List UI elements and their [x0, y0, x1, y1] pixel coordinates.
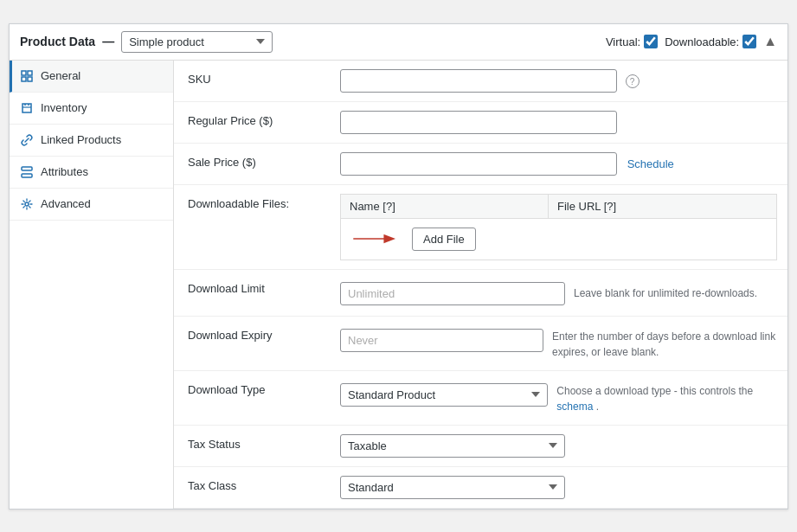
downloadable-checkbox[interactable] — [742, 35, 756, 48]
virtual-label: Virtual: — [606, 35, 658, 48]
collapse-button[interactable]: ▲ — [763, 35, 777, 48]
sidebar-item-advanced[interactable]: Advanced — [10, 189, 173, 221]
regular-price-input[interactable] — [340, 111, 617, 134]
sku-input[interactable] — [340, 69, 617, 93]
sku-row: SKU ? — [174, 61, 787, 102]
tax-status-cell: Taxable Shipping only None — [330, 425, 787, 466]
sidebar-item-attributes[interactable]: Attributes — [10, 157, 173, 189]
sidebar-item-inventory[interactable]: Inventory — [10, 93, 173, 125]
downloadable-files-cell: Name [?] File URL [?] — [330, 184, 787, 269]
sale-price-input[interactable] — [340, 152, 617, 176]
download-limit-cell: Leave blank for unlimited re-downloads. — [330, 270, 787, 316]
sidebar-label-advanced: Advanced — [41, 197, 91, 210]
sidebar-label-inventory: Inventory — [41, 101, 87, 114]
sidebar-label-attributes: Attributes — [41, 165, 88, 178]
svg-rect-1 — [28, 71, 32, 75]
add-file-area: Add File — [340, 218, 777, 260]
download-limit-row: Download Limit Leave blank for unlimited… — [174, 269, 787, 316]
tax-class-select[interactable]: Standard Reduced Rate Zero Rate — [340, 476, 565, 499]
virtual-text: Virtual: — [606, 35, 640, 48]
virtual-checkbox[interactable] — [644, 35, 658, 48]
download-expiry-row: Download Expiry Enter the number of days… — [174, 316, 787, 370]
download-limit-input[interactable] — [340, 282, 565, 305]
inventory-icon — [20, 101, 34, 115]
download-type-hint-suffix: . — [596, 401, 599, 413]
sku-help-icon[interactable]: ? — [626, 74, 640, 88]
panel-title: Product Data — [20, 35, 95, 48]
download-type-hint-prefix: Choose a download type - this controls t… — [556, 385, 753, 397]
sidebar-label-linked-products: Linked Products — [41, 133, 121, 146]
arrow-indicator — [350, 228, 402, 249]
downloadable-files-label: Downloadable Files: — [174, 184, 330, 269]
tax-status-select[interactable]: Taxable Shipping only None — [340, 434, 565, 458]
product-data-panel: Product Data — Simple product Grouped pr… — [9, 23, 788, 510]
downloadable-label: Downloadable: — [665, 35, 756, 48]
files-header: Name [?] File URL [?] — [340, 194, 777, 218]
sidebar: General Inventory — [10, 61, 174, 509]
schema-link[interactable]: schema — [556, 401, 593, 413]
download-expiry-label: Download Expiry — [174, 316, 330, 370]
download-type-row: Download Type Standard Product Applicati… — [174, 370, 787, 425]
svg-rect-3 — [28, 77, 32, 81]
download-limit-hint: Leave blank for unlimited re-downloads. — [574, 285, 757, 301]
download-expiry-cell: Enter the number of days before a downlo… — [330, 317, 787, 370]
sale-price-label: Sale Price ($) — [174, 143, 330, 184]
sidebar-item-general[interactable]: General — [10, 61, 173, 93]
sku-label: SKU — [174, 61, 330, 102]
download-type-cell: Standard Product Application Music Choos… — [330, 371, 787, 425]
sale-price-cell: Schedule — [330, 143, 787, 184]
add-file-button[interactable]: Add File — [412, 228, 476, 251]
tax-status-row: Tax Status Taxable Shipping only None — [174, 425, 787, 466]
tax-class-label: Tax Class — [174, 466, 330, 508]
regular-price-label: Regular Price ($) — [174, 101, 330, 143]
product-type-select[interactable]: Simple product Grouped product External/… — [121, 31, 273, 53]
svg-rect-0 — [22, 71, 26, 75]
arrow-svg — [350, 228, 402, 249]
sidebar-item-linked-products[interactable]: Linked Products — [10, 125, 173, 157]
download-type-hint: Choose a download type - this controls t… — [556, 383, 777, 414]
downloadable-files-row: Downloadable Files: Name [?] File URL [?… — [174, 184, 787, 269]
sale-price-row: Sale Price ($) Schedule — [174, 143, 787, 184]
main-content: SKU ? Regular Price ($) Sale Price ($) — [174, 61, 787, 509]
regular-price-cell — [330, 101, 787, 143]
link-icon — [20, 133, 34, 147]
download-expiry-input[interactable] — [340, 329, 543, 352]
panel-body: General Inventory — [10, 61, 787, 509]
download-expiry-hint: Enter the number of days before a downlo… — [552, 329, 777, 360]
tax-class-cell: Standard Reduced Rate Zero Rate — [330, 466, 787, 508]
files-col-url: File URL [?] — [549, 195, 776, 218]
attributes-icon — [20, 165, 34, 179]
download-type-select[interactable]: Standard Product Application Music — [340, 383, 548, 407]
svg-rect-2 — [22, 77, 26, 81]
panel-title-dash: — — [102, 35, 114, 48]
gear-icon — [20, 197, 34, 211]
tax-class-row: Tax Class Standard Reduced Rate Zero Rat… — [174, 466, 787, 508]
svg-rect-5 — [22, 174, 32, 177]
download-type-label: Download Type — [174, 370, 330, 425]
panel-header: Product Data — Simple product Grouped pr… — [10, 24, 787, 61]
svg-point-6 — [25, 202, 29, 206]
downloadable-text: Downloadable: — [665, 35, 739, 48]
svg-rect-4 — [22, 167, 32, 170]
sidebar-label-general: General — [41, 69, 80, 82]
schedule-link[interactable]: Schedule — [627, 157, 674, 170]
sku-cell: ? — [330, 61, 787, 102]
grid-icon — [20, 69, 34, 83]
form-table: SKU ? Regular Price ($) Sale Price ($) — [174, 61, 787, 509]
regular-price-row: Regular Price ($) — [174, 101, 787, 143]
download-limit-label: Download Limit — [174, 269, 330, 316]
files-col-name: Name [?] — [341, 195, 549, 218]
tax-status-label: Tax Status — [174, 425, 330, 466]
